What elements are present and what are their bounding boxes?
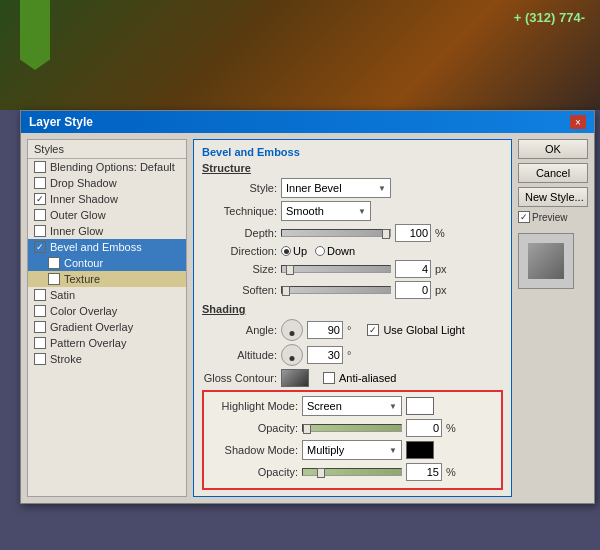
size-input[interactable]	[395, 260, 431, 278]
sidebar-item-drop-shadow[interactable]: Drop Shadow	[28, 175, 186, 191]
radio-up[interactable]	[281, 246, 291, 256]
shadow-opacity-slider[interactable]	[302, 468, 402, 476]
checkbox-preview[interactable]: ✓	[518, 211, 530, 223]
sidebar-item-color-overlay[interactable]: Color Overlay	[28, 303, 186, 319]
ok-button[interactable]: OK	[518, 139, 588, 159]
label-inner-glow: Inner Glow	[50, 225, 103, 237]
sidebar-item-inner-glow[interactable]: Inner Glow	[28, 223, 186, 239]
highlight-dropdown-arrow: ▼	[389, 402, 397, 411]
checkbox-bevel-emboss[interactable]: ✓	[34, 241, 46, 253]
size-slider[interactable]	[281, 265, 391, 273]
highlight-opacity-slider[interactable]	[302, 424, 402, 432]
sidebar-item-outer-glow[interactable]: Outer Glow	[28, 207, 186, 223]
highlight-label: Highlight Mode:	[208, 400, 298, 412]
angle-row: Angle: ° ✓ Use Global Light	[202, 319, 503, 341]
direction-down-option[interactable]: Down	[315, 245, 355, 257]
cancel-button[interactable]: Cancel	[518, 163, 588, 183]
sidebar-item-bevel-emboss[interactable]: ✓ Bevel and Emboss	[28, 239, 186, 255]
direction-up-option[interactable]: Up	[281, 245, 307, 257]
sidebar-item-inner-shadow[interactable]: ✓ Inner Shadow	[28, 191, 186, 207]
checkbox-stroke[interactable]	[34, 353, 46, 365]
gloss-contour-swatch[interactable]	[281, 369, 309, 387]
style-value: Inner Bevel	[286, 182, 342, 194]
sidebar-item-satin[interactable]: Satin	[28, 287, 186, 303]
checkbox-inner-shadow[interactable]: ✓	[34, 193, 46, 205]
size-row: Size: px	[202, 260, 503, 278]
shadow-color-swatch[interactable]	[406, 441, 434, 459]
sidebar-item-blending-options[interactable]: Blending Options: Default	[28, 159, 186, 175]
sidebar-item-contour[interactable]: Contour	[28, 255, 186, 271]
sidebar-item-gradient-overlay[interactable]: Gradient Overlay	[28, 319, 186, 335]
preview-area	[518, 233, 574, 289]
direction-row: Direction: Up Down	[202, 245, 503, 257]
highlight-opacity-input[interactable]	[406, 419, 442, 437]
shadow-opacity-input[interactable]	[406, 463, 442, 481]
depth-row: Depth: %	[202, 224, 503, 242]
checkbox-gradient-overlay[interactable]	[34, 321, 46, 333]
preview-thumbnail	[528, 243, 564, 279]
soften-label: Soften:	[202, 284, 277, 296]
checkbox-color-overlay[interactable]	[34, 305, 46, 317]
preview-label: Preview	[532, 212, 568, 223]
depth-input[interactable]	[395, 224, 431, 242]
shadow-mode-dropdown[interactable]: Multiply ▼	[302, 440, 402, 460]
checkbox-outer-glow[interactable]	[34, 209, 46, 221]
label-satin: Satin	[50, 289, 75, 301]
checkbox-inner-glow[interactable]	[34, 225, 46, 237]
checkbox-use-global-light[interactable]: ✓	[367, 324, 379, 336]
soften-input[interactable]	[395, 281, 431, 299]
technique-dropdown[interactable]: Smooth ▼	[281, 201, 371, 221]
altitude-dial[interactable]	[281, 344, 303, 366]
sidebar-item-texture[interactable]: Texture	[28, 271, 186, 287]
styles-title: Styles	[28, 140, 186, 159]
label-inner-shadow: Inner Shadow	[50, 193, 118, 205]
side-buttons-panel: OK Cancel New Style... ✓ Preview	[518, 139, 588, 497]
label-bevel-emboss: Bevel and Emboss	[50, 241, 142, 253]
checkbox-drop-shadow[interactable]	[34, 177, 46, 189]
checkbox-satin[interactable]	[34, 289, 46, 301]
angle-dial[interactable]	[281, 319, 303, 341]
altitude-input[interactable]	[307, 346, 343, 364]
shadow-mode-value: Multiply	[307, 444, 344, 456]
label-outer-glow: Outer Glow	[50, 209, 106, 221]
radio-down[interactable]	[315, 246, 325, 256]
soften-slider[interactable]	[281, 286, 391, 294]
bevel-emboss-title: Bevel and Emboss	[202, 146, 503, 158]
checkbox-blending[interactable]	[34, 161, 46, 173]
gloss-contour-row: Gloss Contour: Anti-aliased	[202, 369, 503, 387]
size-unit: px	[435, 263, 447, 275]
angle-input[interactable]	[307, 321, 343, 339]
highlight-mode-dropdown[interactable]: Screen ▼	[302, 396, 402, 416]
soften-unit: px	[435, 284, 447, 296]
checkbox-pattern-overlay[interactable]	[34, 337, 46, 349]
sidebar-item-pattern-overlay[interactable]: Pattern Overlay	[28, 335, 186, 351]
dialog-close-button[interactable]: ×	[570, 115, 586, 129]
top-bar: + (312) 774-	[0, 0, 600, 110]
checkbox-contour[interactable]	[48, 257, 60, 269]
dialog-titlebar: Layer Style ×	[21, 111, 594, 133]
shadow-opacity-label: Opacity:	[208, 466, 298, 478]
angle-label: Angle:	[202, 324, 277, 336]
checkbox-anti-aliased[interactable]	[323, 372, 335, 384]
dialog-body: Styles Blending Options: Default Drop Sh…	[21, 133, 594, 503]
style-dropdown-arrow: ▼	[378, 184, 386, 193]
technique-dropdown-arrow: ▼	[358, 207, 366, 216]
checkbox-texture[interactable]	[48, 273, 60, 285]
sidebar-item-stroke[interactable]: Stroke	[28, 351, 186, 367]
direction-radio-group: Up Down	[281, 245, 355, 257]
label-gradient-overlay: Gradient Overlay	[50, 321, 133, 333]
style-dropdown[interactable]: Inner Bevel ▼	[281, 178, 391, 198]
depth-slider[interactable]	[281, 229, 391, 237]
angle-dot	[290, 331, 295, 336]
label-texture: Texture	[64, 273, 100, 285]
label-pattern-overlay: Pattern Overlay	[50, 337, 126, 349]
new-style-button[interactable]: New Style...	[518, 187, 588, 207]
altitude-label: Altitude:	[202, 349, 277, 361]
use-global-light-label: Use Global Light	[383, 324, 464, 336]
shadow-opacity-unit: %	[446, 466, 456, 478]
altitude-unit: °	[347, 349, 351, 361]
depth-slider-thumb	[382, 229, 390, 239]
highlight-color-swatch[interactable]	[406, 397, 434, 415]
soften-row: Soften: px	[202, 281, 503, 299]
highlight-mode-value: Screen	[307, 400, 342, 412]
